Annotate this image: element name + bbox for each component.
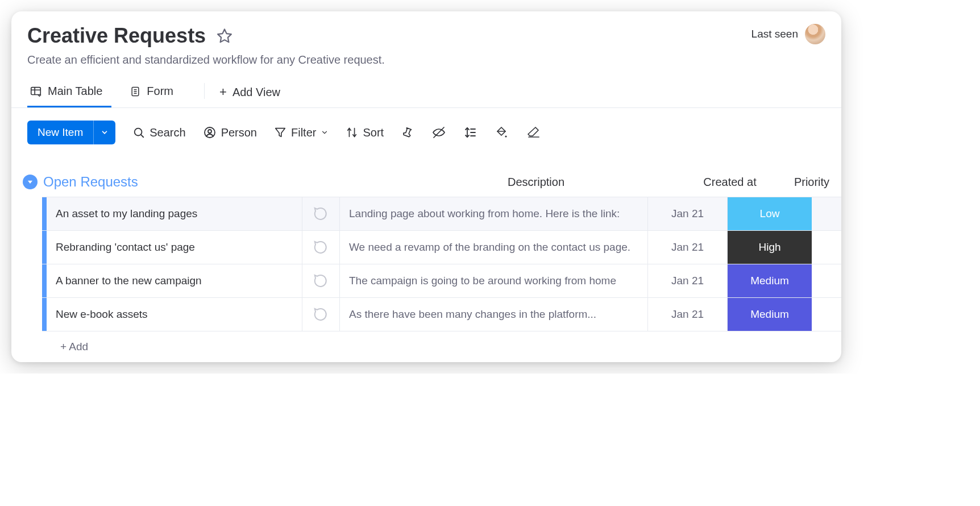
tab-main-table[interactable]: Main Table xyxy=(27,80,111,107)
last-seen-label: Last seen xyxy=(751,28,798,40)
avatar[interactable] xyxy=(805,24,825,44)
item-name[interactable]: An asset to my landing pages xyxy=(47,197,302,230)
item-created-at[interactable]: Jan 21 xyxy=(648,231,728,264)
tab-label: Form xyxy=(147,85,173,98)
item-description[interactable]: Landing page about working from home. He… xyxy=(340,197,648,230)
last-seen: Last seen xyxy=(751,24,825,44)
person-filter-button[interactable]: Person xyxy=(203,126,257,139)
form-icon xyxy=(130,85,141,98)
column-header-priority[interactable]: Priority xyxy=(770,176,841,189)
add-item-button[interactable]: + Add xyxy=(47,331,102,362)
chevron-down-icon xyxy=(321,128,329,136)
tab-divider xyxy=(204,83,205,99)
table-row[interactable]: Rebranding 'contact us' pageWe need a re… xyxy=(42,230,841,264)
search-icon xyxy=(132,126,145,139)
board-card: Creative Requests Last seen Create an ef… xyxy=(11,11,841,362)
page-title: Creative Requests xyxy=(27,24,206,48)
new-item-split-button: New Item xyxy=(27,121,115,144)
tab-form[interactable]: Form xyxy=(127,80,182,107)
new-item-button[interactable]: New Item xyxy=(27,121,93,144)
sort-button[interactable]: Sort xyxy=(346,126,384,139)
tab-label: Main Table xyxy=(48,85,102,98)
item-priority[interactable]: Low xyxy=(728,197,812,230)
item-priority[interactable]: High xyxy=(728,231,812,264)
person-label: Person xyxy=(221,126,257,139)
item-name[interactable]: A banner to the new campaign xyxy=(47,264,302,297)
conversation-icon[interactable] xyxy=(302,264,340,297)
item-created-at[interactable]: Jan 21 xyxy=(648,298,728,331)
item-priority[interactable]: Medium xyxy=(728,298,812,331)
column-header-created-at[interactable]: Created at xyxy=(690,176,770,189)
search-button[interactable]: Search xyxy=(132,126,185,139)
row-height-button[interactable] xyxy=(463,126,477,139)
group-color-bar xyxy=(42,298,47,331)
search-label: Search xyxy=(150,126,185,139)
table-icon xyxy=(30,85,42,98)
add-row: + Add xyxy=(42,331,841,362)
title-row: Creative Requests xyxy=(27,24,233,48)
collapse-toggle[interactable] xyxy=(23,175,38,189)
eraser-button[interactable] xyxy=(526,126,541,139)
sort-icon xyxy=(346,126,358,139)
group: Open Requests Description Created at Pri… xyxy=(11,157,841,362)
svg-marker-19 xyxy=(28,181,32,184)
svg-rect-1 xyxy=(31,87,41,94)
item-description[interactable]: We need a revamp of the branding on the … xyxy=(340,231,648,264)
rows-container: An asset to my landing pagesLanding page… xyxy=(42,197,841,331)
svg-point-17 xyxy=(505,135,507,137)
group-color-bar xyxy=(42,197,47,230)
group-color-bar xyxy=(42,264,47,297)
sort-label: Sort xyxy=(363,126,384,139)
item-priority[interactable]: Medium xyxy=(728,264,812,297)
item-description[interactable]: The campaign is going to be around worki… xyxy=(340,264,648,297)
star-icon[interactable] xyxy=(216,27,233,44)
group-header: Open Requests Description Created at Pri… xyxy=(23,174,841,197)
group-title[interactable]: Open Requests xyxy=(43,174,382,190)
page-subtitle: Create an efficient and standardized wor… xyxy=(11,48,841,67)
hide-column-button[interactable] xyxy=(431,126,446,139)
item-name[interactable]: New e-book assets xyxy=(47,298,302,331)
toolbar: New Item Search xyxy=(11,108,841,157)
plus-icon: + xyxy=(219,85,227,99)
svg-point-11 xyxy=(208,130,211,133)
group-color-bar xyxy=(42,231,47,264)
svg-line-9 xyxy=(141,135,143,137)
table-row[interactable]: A banner to the new campaignThe campaign… xyxy=(42,264,841,297)
tabs: Main Table Form + Add View xyxy=(11,67,841,108)
add-row-wrap: + Add xyxy=(42,331,841,362)
column-header-description[interactable]: Description xyxy=(382,176,690,189)
color-button[interactable] xyxy=(494,126,509,139)
item-created-at[interactable]: Jan 21 xyxy=(648,197,728,230)
pin-button[interactable] xyxy=(401,126,414,139)
filter-label: Filter xyxy=(291,126,316,139)
conversation-icon[interactable] xyxy=(302,298,340,331)
table-row[interactable]: An asset to my landing pagesLanding page… xyxy=(42,197,841,230)
item-description[interactable]: As there have been many changes in the p… xyxy=(340,298,648,331)
conversation-icon[interactable] xyxy=(302,197,340,230)
add-view-label: Add View xyxy=(232,86,280,99)
add-view-button[interactable]: + Add View xyxy=(210,80,289,107)
new-item-dropdown[interactable] xyxy=(93,121,115,144)
item-created-at[interactable]: Jan 21 xyxy=(648,264,728,297)
filter-icon xyxy=(274,126,286,139)
conversation-icon[interactable] xyxy=(302,231,340,264)
filter-button[interactable]: Filter xyxy=(274,126,329,139)
header: Creative Requests Last seen xyxy=(11,24,841,48)
svg-marker-0 xyxy=(218,30,231,43)
table-row[interactable]: New e-book assetsAs there have been many… xyxy=(42,297,841,331)
svg-marker-12 xyxy=(276,128,285,137)
item-name[interactable]: Rebranding 'contact us' page xyxy=(47,231,302,264)
person-icon xyxy=(203,126,217,139)
